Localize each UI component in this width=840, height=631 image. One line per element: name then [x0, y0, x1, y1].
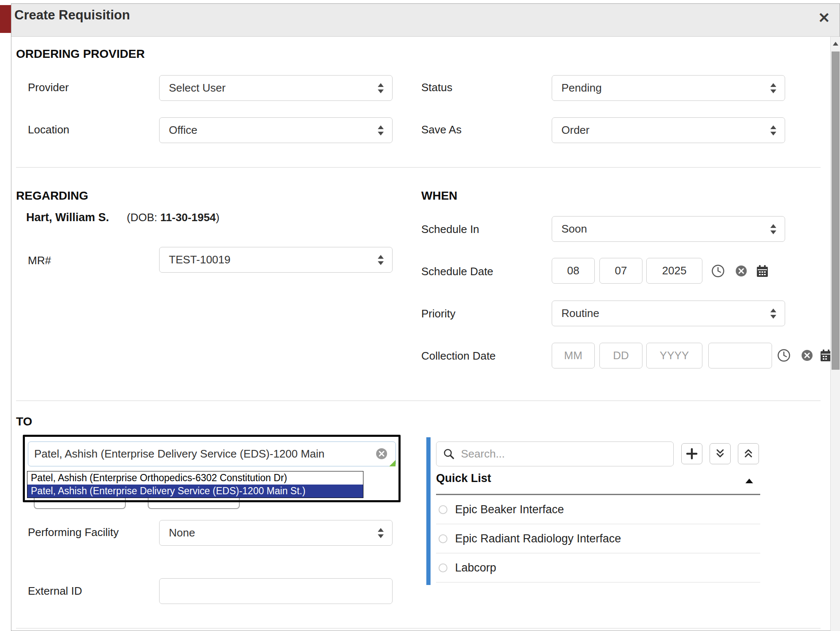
mr-select-value: TEST-10019	[169, 253, 230, 266]
collection-date-label: Collection Date	[421, 349, 496, 363]
clear-icon[interactable]	[375, 447, 388, 460]
quick-list-item[interactable]: Epic Beaker Interface	[436, 495, 760, 524]
calendar-icon[interactable]	[755, 264, 770, 278]
scrollbar[interactable]	[830, 37, 840, 631]
provider-select[interactable]: Select User	[159, 75, 393, 101]
recipient-dropdown: Patel, Ashish (Enterprise Orthopedics-63…	[27, 471, 363, 498]
location-label: Location	[28, 123, 69, 136]
stepper-icon	[376, 254, 385, 266]
close-button[interactable]: ✕	[818, 9, 830, 26]
external-id-label: External ID	[28, 585, 82, 598]
quick-list-item[interactable]: Labcorp	[436, 553, 760, 582]
schedule-in-select-value: Soon	[561, 222, 587, 236]
stepper-icon	[376, 82, 385, 95]
radio-icon[interactable]	[439, 563, 447, 572]
schedule-in-label: Schedule In	[421, 223, 479, 236]
radio-icon[interactable]	[439, 534, 447, 543]
quick-list-item-label: Epic Radiant Radiology Interface	[455, 532, 621, 545]
stepper-icon	[769, 82, 778, 95]
stepper-icon	[769, 124, 778, 137]
clear-icon[interactable]	[734, 264, 748, 278]
autocomplete-corner-indicator	[389, 460, 396, 466]
add-button[interactable]	[681, 443, 702, 464]
priority-select-value: Routine	[561, 307, 599, 320]
dob-prefix: (DOB:	[127, 211, 160, 224]
to-heading: TO	[16, 415, 32, 428]
recipient-search-input[interactable]	[28, 441, 396, 466]
expand-all-button[interactable]	[710, 443, 731, 464]
external-id-input[interactable]	[159, 578, 393, 604]
mr-label: MR#	[28, 254, 51, 267]
quick-list: Epic Beaker Interface Epic Radiant Radio…	[436, 495, 760, 582]
priority-select[interactable]: Routine	[552, 301, 785, 326]
stepper-icon	[769, 223, 778, 236]
status-label: Status	[421, 81, 453, 94]
ordering-provider-heading: ORDERING PROVIDER	[16, 47, 145, 61]
clock-icon[interactable]	[711, 264, 725, 278]
quick-list-heading: Quick List	[436, 472, 491, 485]
modal-title: Create Requisition	[14, 8, 130, 23]
dob-value: 11-30-1954	[160, 211, 216, 224]
bottom-divider	[16, 628, 821, 628]
provider-select-value: Select User	[169, 81, 225, 95]
double-chevron-up-icon	[743, 448, 754, 459]
quick-list-accent-bar	[426, 437, 431, 585]
performing-facility-label: Performing Facility	[28, 523, 121, 542]
quick-list-collapse-icon[interactable]	[745, 478, 753, 484]
regarding-heading: REGARDING	[16, 189, 88, 203]
patient-info: Hart, William S.(DOB: 11-30-1954)	[26, 211, 219, 224]
up-triangle-icon	[833, 42, 838, 46]
provider-label: Provider	[28, 81, 69, 94]
calendar-icon[interactable]	[819, 348, 831, 363]
search-input[interactable]	[436, 441, 674, 466]
dob-suffix: )	[216, 211, 219, 224]
save-as-label: Save As	[421, 123, 461, 136]
dropdown-option-selected[interactable]: Patel, Ashish (Enterprise Delivery Servi…	[27, 485, 363, 498]
clock-icon[interactable]	[777, 348, 791, 363]
schedule-date-year-input[interactable]	[646, 258, 702, 284]
collapse-all-button[interactable]	[738, 443, 759, 464]
clear-icon[interactable]	[800, 349, 814, 362]
background-app-sliver	[0, 5, 11, 33]
stepper-icon	[376, 124, 385, 137]
section-divider	[16, 167, 821, 168]
dropdown-option[interactable]: Patel, Ashish (Enterprise Orthopedics-63…	[27, 471, 363, 485]
collection-time-input[interactable]	[708, 343, 772, 368]
performing-facility-select[interactable]: None	[159, 520, 393, 546]
priority-label: Priority	[421, 307, 455, 320]
when-heading: WHEN	[421, 189, 458, 203]
quick-list-item-label: Epic Beaker Interface	[455, 503, 564, 516]
collection-date-year-input[interactable]	[646, 343, 702, 368]
collection-date-month-input[interactable]	[552, 343, 595, 368]
location-select[interactable]: Office	[159, 117, 393, 143]
radio-icon[interactable]	[439, 505, 447, 514]
schedule-date-month-input[interactable]	[552, 258, 595, 284]
quick-list-item-label: Labcorp	[455, 561, 496, 574]
stepper-icon	[376, 527, 385, 539]
stepper-icon	[769, 307, 778, 320]
plus-icon	[686, 448, 698, 460]
status-select-value: Pending	[561, 81, 602, 95]
scrollbar-thumb[interactable]	[832, 51, 840, 370]
performing-facility-select-value: None	[169, 526, 195, 539]
patient-name: Hart, William S.	[26, 211, 109, 224]
schedule-in-select[interactable]: Soon	[552, 216, 785, 242]
schedule-date-day-input[interactable]	[599, 258, 642, 284]
location-select-value: Office	[169, 124, 197, 137]
search-icon	[443, 448, 455, 460]
double-chevron-down-icon	[715, 448, 726, 459]
status-select[interactable]: Pending	[552, 75, 785, 101]
collection-date-day-input[interactable]	[599, 343, 642, 368]
modal-header	[11, 4, 840, 37]
save-as-select[interactable]: Order	[552, 117, 785, 143]
section-divider	[16, 401, 821, 401]
mr-select[interactable]: TEST-10019	[159, 247, 393, 273]
quick-list-item[interactable]: Epic Radiant Radiology Interface	[436, 524, 760, 553]
save-as-select-value: Order	[561, 124, 589, 137]
scrollbar-up-arrow[interactable]	[831, 37, 840, 50]
schedule-date-label: Schedule Date	[421, 265, 493, 278]
